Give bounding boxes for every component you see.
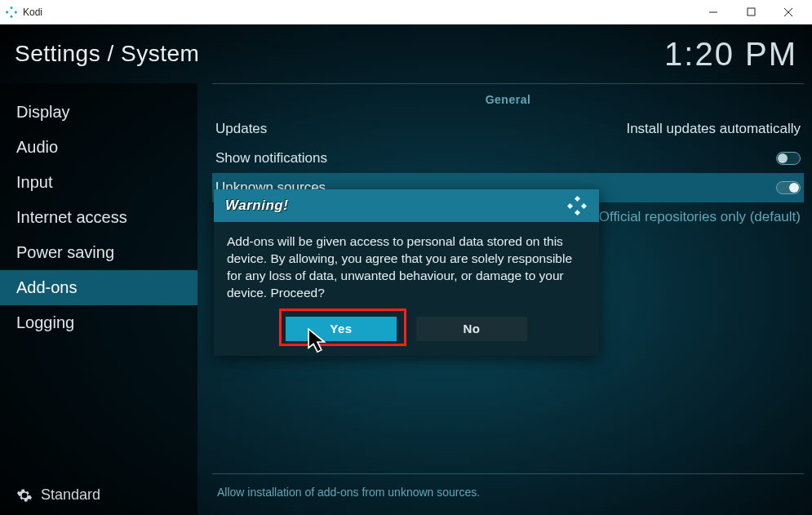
footer-help-text: Allow installation of add-ons from unkno… xyxy=(217,486,804,499)
sidebar-nav: Display Audio Input Internet access Powe… xyxy=(0,83,197,340)
row-show-notifications[interactable]: Show notifications xyxy=(212,144,804,173)
window-titlebar: Kodi xyxy=(0,0,812,24)
row-updates[interactable]: Updates Install updates automatically xyxy=(212,114,804,144)
kodi-logo-icon xyxy=(566,195,588,216)
sidebar-item-audio[interactable]: Audio xyxy=(0,130,197,165)
toggle-unknown-sources[interactable] xyxy=(776,181,801,194)
window-title: Kodi xyxy=(23,7,42,18)
header-divider xyxy=(212,83,804,84)
kodi-logo-icon xyxy=(5,6,18,19)
window-controls xyxy=(694,0,807,24)
svg-rect-8 xyxy=(575,196,580,202)
settings-level-label: Standard xyxy=(41,486,100,504)
settings-sidebar: Display Audio Input Internet access Powe… xyxy=(0,83,197,515)
app-window: Settings / System 1:20 PM Display Audio … xyxy=(0,24,812,515)
dialog-no-button[interactable]: No xyxy=(416,317,527,341)
dialog-button-row: Yes No xyxy=(214,317,599,356)
sidebar-item-add-ons[interactable]: Add-ons xyxy=(0,270,197,305)
svg-rect-9 xyxy=(567,203,573,209)
sidebar-item-internet-access[interactable]: Internet access xyxy=(0,200,197,235)
dialog-yes-button[interactable]: Yes xyxy=(286,317,397,341)
sidebar-item-power-saving[interactable]: Power saving xyxy=(0,235,197,270)
dialog-titlebar: Warning! xyxy=(214,189,599,222)
row-show-notifications-label: Show notifications xyxy=(215,150,327,166)
svg-rect-1 xyxy=(6,11,9,14)
row-updates-value: Install updates automatically xyxy=(626,121,801,137)
svg-rect-3 xyxy=(10,15,13,18)
app-header: Settings / System 1:20 PM xyxy=(0,24,812,83)
clock: 1:20 PM xyxy=(664,36,797,73)
row-updates-label: Updates xyxy=(215,121,267,137)
sidebar-item-display[interactable]: Display xyxy=(0,95,197,130)
svg-rect-2 xyxy=(14,11,17,14)
breadcrumb: Settings / System xyxy=(15,41,199,67)
window-maximize-button[interactable] xyxy=(732,0,770,24)
svg-rect-0 xyxy=(10,6,13,9)
window-close-button[interactable] xyxy=(770,0,807,24)
section-title-general: General xyxy=(212,90,804,114)
svg-rect-5 xyxy=(748,8,755,16)
footer-divider xyxy=(212,473,804,474)
svg-rect-10 xyxy=(581,203,587,209)
toggle-knob xyxy=(778,153,788,163)
gear-icon xyxy=(16,487,33,504)
toggle-knob xyxy=(789,183,799,193)
dialog-title-text: Warning! xyxy=(225,198,288,214)
window-minimize-button[interactable] xyxy=(694,0,732,24)
row-update-repos-value: Official repositories only (default) xyxy=(599,209,801,225)
sidebar-item-logging[interactable]: Logging xyxy=(0,305,197,340)
sidebar-item-input[interactable]: Input xyxy=(0,165,197,200)
toggle-show-notifications[interactable] xyxy=(776,152,801,165)
settings-level-toggle[interactable]: Standard xyxy=(0,475,197,515)
warning-dialog: Warning! Add-ons will be given access to… xyxy=(214,189,599,356)
svg-rect-11 xyxy=(575,210,580,215)
dialog-body-text: Add-ons will be given access to personal… xyxy=(214,222,599,317)
